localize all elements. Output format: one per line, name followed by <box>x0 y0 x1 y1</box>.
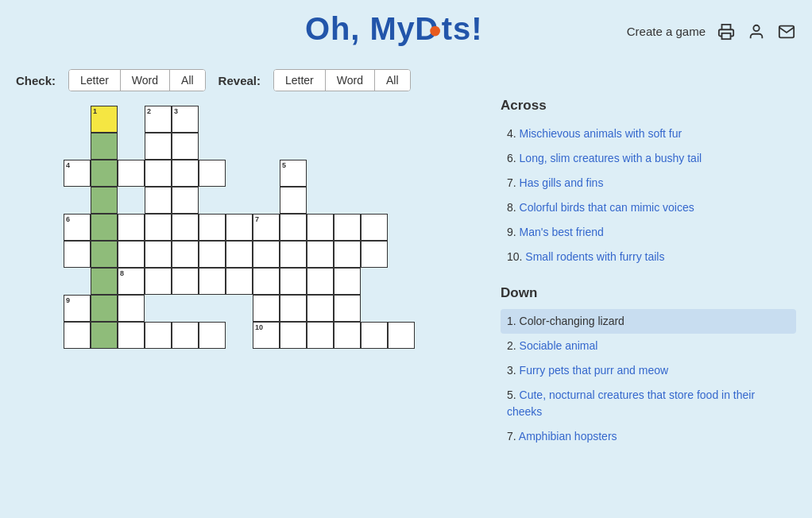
cell-r1-c4[interactable] <box>172 133 199 160</box>
svg-rect-4 <box>722 33 731 38</box>
clues-area: Across 4. Mischievous animals with soft … <box>493 98 796 465</box>
cell-r2-c5[interactable] <box>199 160 226 187</box>
cell-r6-c1[interactable] <box>91 268 118 295</box>
cell-r6-c6[interactable] <box>226 268 253 295</box>
down-clue-1[interactable]: 1. Color-changing lizard <box>501 309 796 334</box>
cell-r2-c1[interactable] <box>91 160 118 187</box>
down-clue-2[interactable]: 2. Sociable animal <box>501 334 796 358</box>
cell-r8-c10[interactable] <box>334 295 361 322</box>
cell-r7-c2[interactable] <box>118 295 145 322</box>
cell-r0-c4[interactable]: 3 <box>172 106 199 133</box>
cell-r2-c4[interactable] <box>172 160 199 187</box>
cell-r2-c8[interactable]: 5 <box>280 160 307 187</box>
cell-r0-c1[interactable]: 1 <box>91 106 118 133</box>
cell-r7-c0[interactable]: 9 <box>64 295 91 322</box>
cell-r8-c9[interactable] <box>307 295 334 322</box>
cell-r7-c8[interactable] <box>280 268 307 295</box>
across-clue-8[interactable]: 8. Colorful birds that can mimic voices <box>501 195 796 220</box>
check-word-button[interactable]: Word <box>121 70 170 91</box>
cell-r7-c7[interactable] <box>253 268 280 295</box>
cell-r5-c11[interactable] <box>361 214 388 241</box>
across-clue-10[interactable]: 10. Small rodents with furry tails <box>501 245 796 269</box>
cell-r6-c8[interactable] <box>280 241 307 268</box>
mail-icon[interactable] <box>777 22 796 41</box>
cell-r4-c5[interactable] <box>199 214 226 241</box>
cell-r5-c7[interactable]: 7 <box>253 214 280 241</box>
cell-r8-c5[interactable] <box>199 322 226 349</box>
down-clue-3[interactable]: 3. Furry pets that purr and meow <box>501 358 796 383</box>
cell-r5-c3[interactable] <box>145 241 172 268</box>
cell-r5-c6[interactable] <box>226 241 253 268</box>
cell-r6-c2[interactable]: 8 <box>118 268 145 295</box>
cell-r5-c1[interactable] <box>91 241 118 268</box>
cell-r6-c9[interactable] <box>307 241 334 268</box>
cell-r1-c3[interactable] <box>145 133 172 160</box>
print-icon[interactable] <box>717 22 736 41</box>
cell-r5-c10[interactable] <box>334 214 361 241</box>
cell-r0-c3[interactable]: 2 <box>145 106 172 133</box>
cell-r8-c1[interactable] <box>91 322 118 349</box>
create-game-button[interactable]: Create a game <box>627 25 706 38</box>
cell-r5-c0[interactable] <box>64 241 91 268</box>
cell-r4-c2[interactable] <box>118 214 145 241</box>
cell-r6-c3[interactable] <box>145 268 172 295</box>
cell-r2-c0[interactable]: 4 <box>64 160 91 187</box>
cell-r8-c7[interactable] <box>253 295 280 322</box>
check-all-button[interactable]: All <box>170 70 205 91</box>
reveal-button-group: Letter Word All <box>273 69 411 91</box>
cell-r8-c0[interactable] <box>64 322 91 349</box>
cell-r1-c1[interactable] <box>91 133 118 160</box>
cell-r4-c1[interactable] <box>91 214 118 241</box>
cell-r9-c8[interactable] <box>280 322 307 349</box>
cell-r9-c11[interactable] <box>361 322 388 349</box>
cell-r5-c4[interactable] <box>172 241 199 268</box>
svg-text:ts!: ts! <box>442 11 483 46</box>
cell-r3-c8[interactable] <box>280 187 307 214</box>
cell-r6-c4[interactable] <box>172 268 199 295</box>
down-clues: Down 1. Color-changing lizard 2. Sociabl… <box>501 285 796 449</box>
cell-r8-c4[interactable] <box>172 322 199 349</box>
cell-r7-c1[interactable] <box>91 295 118 322</box>
reveal-label: Reveal: <box>218 74 261 87</box>
cell-r9-c9[interactable] <box>307 322 334 349</box>
user-icon[interactable] <box>747 22 766 41</box>
down-title: Down <box>501 285 796 301</box>
cell-r5-c2[interactable] <box>118 241 145 268</box>
cell-r7-c9[interactable] <box>307 268 334 295</box>
cell-r4-c3[interactable] <box>145 214 172 241</box>
cell-r8-c2[interactable] <box>118 322 145 349</box>
cell-r5-c9[interactable] <box>307 214 334 241</box>
cell-r9-c7[interactable]: 10 <box>253 322 280 349</box>
down-clue-7[interactable]: 7. Amphibian hopsters <box>501 424 796 449</box>
reveal-word-button[interactable]: Word <box>326 70 375 91</box>
cell-r7-c10[interactable] <box>334 268 361 295</box>
cell-r5-c5[interactable] <box>199 241 226 268</box>
cell-r8-c8[interactable] <box>280 295 307 322</box>
cell-r4-c4[interactable] <box>172 214 199 241</box>
cell-r5-c8[interactable] <box>280 214 307 241</box>
cell-r3-c4[interactable] <box>172 187 199 214</box>
reveal-all-button[interactable]: All <box>375 70 410 91</box>
cell-r6-c10[interactable] <box>334 241 361 268</box>
reveal-letter-button[interactable]: Letter <box>274 70 326 91</box>
cell-r8-c3[interactable] <box>145 322 172 349</box>
check-letter-button[interactable]: Letter <box>69 70 121 91</box>
cell-r6-c5[interactable] <box>199 268 226 295</box>
across-clue-7[interactable]: 7. Has gills and fins <box>501 171 796 195</box>
cell-r6-c7[interactable] <box>253 241 280 268</box>
cell-r9-c12[interactable] <box>388 322 415 349</box>
across-clue-9[interactable]: 9. Man's best friend <box>501 220 796 245</box>
cell-r4-c0[interactable]: 6 <box>64 214 91 241</box>
cell-r2-c2[interactable] <box>118 160 145 187</box>
cell-r3-c1[interactable] <box>91 187 118 214</box>
header: Oh, My D ts! Create a game <box>0 0 812 63</box>
check-button-group: Letter Word All <box>68 69 206 91</box>
across-clue-4[interactable]: 4. Mischievous animals with soft fur <box>501 122 796 146</box>
cell-r2-c3[interactable] <box>145 160 172 187</box>
cell-r6-c11[interactable] <box>361 241 388 268</box>
down-clue-5[interactable]: 5. Cute, nocturnal creatures that store … <box>501 383 796 424</box>
across-clue-6[interactable]: 6. Long, slim creatures with a bushy tai… <box>501 146 796 171</box>
cell-r4-c6[interactable] <box>226 214 253 241</box>
cell-r3-c3[interactable] <box>145 187 172 214</box>
cell-r9-c10[interactable] <box>334 322 361 349</box>
